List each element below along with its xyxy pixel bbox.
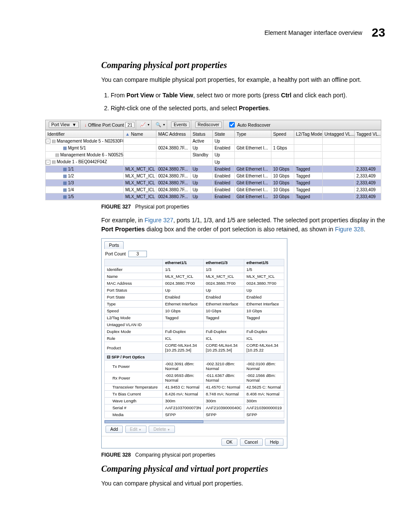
property-row: Rx Power-002.9593 dBm: Normal-011.6367 d…: [105, 372, 284, 384]
property-row: TypeEthernet InterfaceEthernet Interface…: [105, 301, 284, 308]
horizontal-scrollbar[interactable]: [104, 420, 284, 423]
ports-tab[interactable]: Ports: [104, 241, 124, 249]
auto-rediscover-label: Auto Rediscover: [237, 122, 271, 128]
table-row[interactable]: ▦ 1/4MLX_MCT_ICL0024.3880.7F...UpEnabled…: [46, 187, 381, 193]
table-row[interactable]: ▦ 1/3MLX_MCT_ICL0024.3880.7F...UpEnabled…: [46, 180, 381, 187]
intro-paragraph-3: You can compare physical and virtual por…: [101, 479, 389, 488]
cancel-button[interactable]: Cancel: [240, 439, 263, 446]
column-header[interactable]: Speed: [271, 130, 294, 137]
property-row: NameMLX_MCT_ICLMLX_MCT_ICLMLX_MCT_ICL: [105, 273, 284, 280]
column-header[interactable]: Type: [234, 130, 271, 137]
table-row[interactable]: ▦ 1/2MLX_MCT_ICL0024.3880.7F...UpEnabled…: [46, 173, 381, 180]
property-row: Untagged VLAN ID: [105, 321, 284, 328]
page-header: Element Manager interface overview 23: [265, 26, 385, 40]
ok-button[interactable]: OK: [221, 439, 237, 446]
property-row: MAC Address0024.3880.7F000024.3880.7F000…: [105, 280, 284, 287]
table-row[interactable]: ▦ 1/1MLX_MCT_ICL0024.3880.7F...UpEnabled…: [46, 166, 381, 173]
offline-count: 21: [125, 122, 135, 128]
column-header[interactable]: Tagged VL...: [355, 130, 381, 137]
page-number: 23: [372, 26, 385, 40]
add-button[interactable]: Add: [106, 426, 123, 433]
table-row[interactable]: ▤ Management Module 6 - N00525F02VStandb…: [46, 152, 381, 159]
steps-list: From Port View or Table View, select two…: [101, 90, 389, 114]
section-heading-1: Comparing physical port properties: [101, 60, 389, 70]
offline-label: Offline Port Count: [88, 122, 124, 128]
rediscover-button[interactable]: Rediscover: [195, 121, 222, 128]
property-row: Identifier1/11/31/5: [105, 266, 284, 273]
step-2: Right-click one of the selected ports, a…: [111, 103, 389, 114]
figure-327-screenshot: Port View ▼ ↓ Offline Port Count 21 📈▼ 🔍…: [45, 120, 381, 201]
intro-paragraph-1: You can compare multiple physical port p…: [101, 75, 389, 84]
property-row: Tx Power-002.3091 dBm: Normal-002.3210 d…: [105, 361, 284, 372]
property-row: RoleICLICLICL: [105, 335, 284, 342]
table-row[interactable]: -▤ Management Module 5 - N02630FOGDActiv…: [46, 137, 381, 145]
toolbar: Port View ▼ ↓ Offline Port Count 21 📈▼ 🔍…: [45, 120, 381, 130]
properties-table: ethernet1/1ethernet1/3ethernet1/5Identif…: [104, 259, 284, 418]
column-header[interactable]: State: [212, 130, 234, 137]
help-button[interactable]: Help: [265, 439, 283, 446]
paragraph-2: For example, in Figure 327, ports 1/1, 1…: [101, 216, 389, 234]
auto-rediscover-checkbox[interactable]: [229, 122, 235, 128]
property-row: L2/Tag ModeTaggedTaggedTagged: [105, 314, 284, 321]
figure-328-dialog: Ports Port Count3 ethernet1/1ethernet1/3…: [101, 238, 287, 448]
edit-button: Edit ▼: [125, 426, 146, 433]
property-row: Tx Bias Current8.426 mA: Normal8.748 mA:…: [105, 391, 284, 398]
property-row: Serial #AAF21037000073NAAF21039000040CAA…: [105, 404, 284, 411]
offline-icon: ↓: [84, 122, 87, 128]
step-1: From Port View or Table View, select two…: [111, 90, 389, 101]
section-heading-2: Comparing physical and virtual port prop…: [101, 464, 389, 474]
events-button[interactable]: Events: [171, 121, 190, 128]
column-header[interactable]: Identifier: [46, 130, 124, 137]
property-row: Port StatusUpUpUp: [105, 287, 284, 294]
table-row[interactable]: ▦ Mgmt 5/10024.3880.7F...UpEnabledGbit E…: [46, 145, 381, 152]
property-row: Wave Length300m300m300m: [105, 398, 284, 404]
delete-button: Delete ▼: [149, 426, 175, 433]
column-header[interactable]: Untagged VL...: [322, 130, 354, 137]
table-row[interactable]: ▦ 1/5MLX_MCT_ICL0024.3880.7F...UpEnabled…: [46, 193, 381, 200]
property-row: Port StateEnabledEnabledEnabled: [105, 294, 284, 301]
table-row[interactable]: -▤ Module 1 - BEQ0442F04ZUp: [46, 159, 381, 166]
property-row: Duplex ModeFull-DuplexFull-DuplexFull-Du…: [105, 328, 284, 335]
search-icon[interactable]: 🔍: [156, 122, 161, 128]
column-header[interactable]: Status: [190, 130, 212, 137]
property-row: ProductCORE-MLXe4.34 [10.25.225.34]CORE-…: [105, 342, 284, 354]
property-row: MediaSFPPSFPPSFPP: [105, 411, 284, 418]
column-header[interactable]: MAC Address: [156, 130, 191, 137]
header-title: Element Manager interface overview: [265, 29, 362, 36]
property-row: Speed10 Gbps10 Gbps10 Gbps: [105, 308, 284, 314]
port-count-row: Port Count3: [105, 251, 283, 257]
chart-icon[interactable]: 📈: [140, 122, 146, 128]
property-row: Transceiver Temperature41.9453 C: Normal…: [105, 384, 284, 391]
column-header[interactable]: L2/Tag Mode: [294, 130, 323, 137]
figure-328-caption: FIGURE 328 Comparing physical port prope…: [101, 452, 389, 458]
ports-table: Identifier▲ NameMAC AddressStatusStateTy…: [45, 130, 381, 201]
column-header[interactable]: ▲ Name: [123, 130, 156, 137]
view-selector[interactable]: Port View ▼: [49, 121, 79, 128]
figure-327-caption: FIGURE 327 Physical port properties: [101, 204, 389, 210]
